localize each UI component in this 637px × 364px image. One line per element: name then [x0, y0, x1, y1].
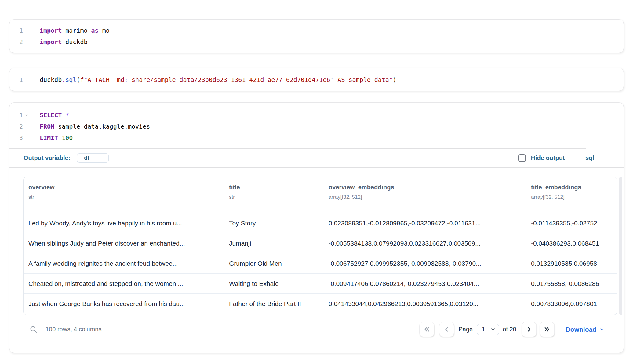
- output-variable-label: Output variable:: [24, 155, 70, 162]
- table-row: Cheated on, mistreated and stepped on, t…: [24, 273, 617, 293]
- line-number: 1: [9, 76, 23, 83]
- output-variable-value: _df: [81, 155, 89, 161]
- column-header-overview[interactable]: overviewstr: [24, 177, 224, 213]
- column-name: title: [229, 184, 319, 191]
- search-icon[interactable]: [29, 325, 38, 333]
- chevron-left-icon: [443, 326, 450, 333]
- table-cell: Jumanji: [224, 233, 324, 253]
- code-text: LIMIT 100: [35, 134, 73, 141]
- table-cell: 0.0132910535,0.06958: [526, 253, 617, 273]
- last-page-button[interactable]: [540, 322, 555, 337]
- sql-cell: 1SELECT *2FROM sample_data.kaggle.movies…: [9, 102, 624, 353]
- column-type: str: [229, 194, 319, 200]
- table-cell: Cheated on, mistreated and stepped on, t…: [24, 274, 224, 293]
- line-number: 3: [9, 134, 23, 141]
- column-type: str: [28, 194, 219, 200]
- table-header-row: overviewstrtitlestroverview_embeddingsar…: [24, 177, 617, 213]
- chevron-down-icon: [599, 327, 604, 332]
- column-header-title[interactable]: titlestr: [224, 177, 324, 213]
- cell-output-area: overviewstrtitlestroverview_embeddingsar…: [9, 167, 624, 353]
- table-cell: Toy Story: [224, 213, 324, 233]
- output-variable-bar: Output variable: _df Hide output sql: [9, 149, 624, 167]
- table-cell: -0.0055384138,0.07992093,0.023316627,0.0…: [324, 233, 526, 253]
- table-cell: Father of the Bride Part II: [224, 294, 324, 314]
- double-chevron-left-icon: [424, 326, 430, 333]
- output-variable-input[interactable]: _df: [77, 153, 109, 163]
- download-button[interactable]: Download: [566, 326, 604, 333]
- table-cell: -0.011439355,-0.02752: [526, 213, 617, 233]
- column-type: array[f32, 512]: [329, 194, 521, 200]
- language-badge: sql: [585, 155, 594, 162]
- hide-output-label: Hide output: [531, 155, 565, 162]
- code-editor[interactable]: 1duckdb.sql(f"ATTACH 'md:_share/sample_d…: [9, 68, 624, 91]
- column-name: overview: [28, 184, 219, 191]
- line-number: 2: [9, 38, 23, 45]
- line-number: 1: [9, 27, 23, 34]
- table-cell: -0.040386293,0.068451: [526, 233, 617, 253]
- previous-page-button[interactable]: [439, 322, 454, 337]
- page-count-label: of 20: [503, 326, 516, 333]
- table-cell: -0.009417406,0.07860214,-0.023279453,0.0…: [324, 274, 526, 293]
- code-cell-attach[interactable]: 1duckdb.sql(f"ATTACH 'md:_share/sample_d…: [9, 68, 624, 91]
- column-type: array[f32, 512]: [531, 194, 613, 200]
- column-header-title_embeddings[interactable]: title_embeddingsarray[f32, 512]: [526, 177, 617, 213]
- code-text: SELECT *: [35, 111, 69, 119]
- dataframe-table: overviewstrtitlestroverview_embeddingsar…: [23, 177, 617, 315]
- double-chevron-right-icon: [544, 326, 550, 333]
- table-cell: 0.01755858,-0.0086286: [526, 274, 617, 293]
- pagination-controls: Page 1 of 20: [419, 322, 604, 337]
- table-cell: Led by Woody, Andy's toys live happily i…: [24, 213, 224, 233]
- download-label: Download: [566, 326, 596, 333]
- first-page-button[interactable]: [419, 322, 434, 337]
- code-line[interactable]: 3LIMIT 100: [9, 132, 624, 143]
- code-editor[interactable]: 1import marimo as mo2import duckdb: [9, 20, 624, 53]
- vertical-scrollbar[interactable]: [619, 177, 622, 315]
- code-line[interactable]: 2import duckdb: [9, 36, 624, 47]
- vertical-divider: [575, 152, 576, 163]
- page-select[interactable]: 1: [477, 324, 499, 335]
- next-page-button[interactable]: [522, 322, 537, 337]
- table-cell: Grumpier Old Men: [224, 253, 324, 273]
- chevron-down-icon: [490, 327, 496, 332]
- line-number: 1: [9, 112, 23, 118]
- chevron-right-icon: [526, 326, 532, 333]
- code-line[interactable]: 1SELECT *: [9, 109, 624, 121]
- table-cell: 0.041433044,0.042966213,0.0039591365,0.0…: [324, 294, 526, 314]
- table-cell: 0.007833006,0.097801: [526, 294, 617, 314]
- table-cell: 0.023089351,-0.012809965,-0.03209472,-0.…: [324, 213, 526, 233]
- line-number: 2: [9, 123, 23, 130]
- column-name: title_embeddings: [531, 184, 613, 191]
- table-row: When siblings Judy and Peter discover an…: [24, 233, 617, 253]
- code-line[interactable]: 1import marimo as mo: [9, 25, 624, 36]
- table-cell: Waiting to Exhale: [224, 274, 324, 293]
- table-row: A family wedding reignites the ancient f…: [24, 253, 617, 273]
- table-row: Led by Woody, Andy's toys live happily i…: [24, 213, 617, 233]
- table-cell: When siblings Judy and Peter discover an…: [24, 233, 224, 253]
- page-select-value: 1: [482, 326, 485, 333]
- table-body: Led by Woody, Andy's toys live happily i…: [24, 213, 617, 314]
- code-cell-imports[interactable]: 1import marimo as mo2import duckdb: [9, 19, 624, 53]
- fold-chevron-icon[interactable]: [23, 113, 35, 117]
- code-line[interactable]: 1duckdb.sql(f"ATTACH 'md:_share/sample_d…: [9, 74, 624, 85]
- column-name: overview_embeddings: [329, 184, 521, 191]
- table-footer: 100 rows, 4 columns Page: [29, 322, 604, 337]
- row-count-summary: 100 rows, 4 columns: [46, 326, 101, 333]
- page-label: Page: [458, 326, 473, 333]
- table-row: Just when George Banks has recovered fro…: [24, 293, 617, 314]
- code-text: duckdb.sql(f"ATTACH 'md:_share/sample_da…: [35, 76, 396, 83]
- code-editor[interactable]: 1SELECT *2FROM sample_data.kaggle.movies…: [9, 103, 624, 147]
- hide-output-checkbox[interactable]: [518, 154, 526, 162]
- table-cell: -0.006752927,0.099952355,-0.009982588,-0…: [324, 253, 526, 273]
- code-line[interactable]: 2FROM sample_data.kaggle.movies: [9, 121, 624, 132]
- table-summary-group: 100 rows, 4 columns: [29, 325, 101, 333]
- code-text: FROM sample_data.kaggle.movies: [35, 123, 150, 130]
- table-cell: A family wedding reignites the ancient f…: [24, 253, 224, 273]
- table-cell: Just when George Banks has recovered fro…: [24, 294, 224, 314]
- marimo-notebook: 1import marimo as mo2import duckdb 1duck…: [0, 0, 637, 364]
- code-text: import duckdb: [35, 38, 88, 46]
- column-header-overview_embeddings[interactable]: overview_embeddingsarray[f32, 512]: [324, 177, 526, 213]
- code-text: import marimo as mo: [35, 27, 110, 34]
